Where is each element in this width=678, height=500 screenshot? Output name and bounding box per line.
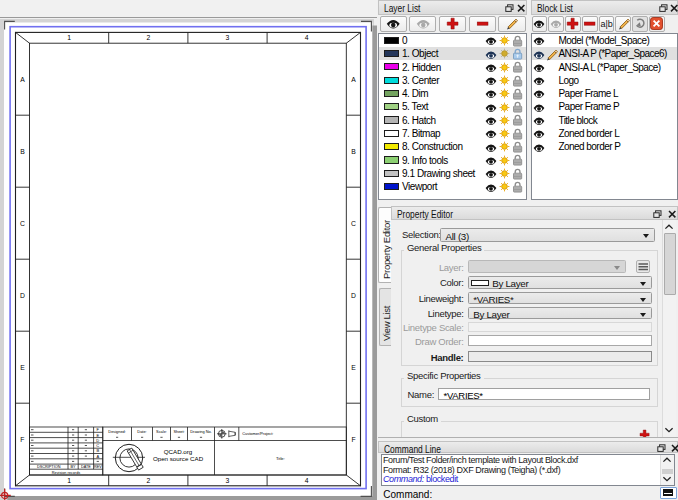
svg-text:D: D [96, 438, 99, 443]
svg-text:Customer/Project:: Customer/Project: [242, 431, 273, 436]
svg-text:Sheet:: Sheet: [173, 429, 184, 434]
svg-text:F: F [351, 436, 355, 443]
svg-text:D: D [351, 292, 356, 299]
svg-text:C: C [20, 220, 25, 227]
svg-text:3: 3 [226, 34, 230, 41]
svg-text:2: 2 [146, 477, 150, 484]
svg-text:C: C [96, 443, 99, 448]
svg-text:DATE: DATE [81, 465, 91, 469]
svg-text:2: 2 [146, 34, 150, 41]
svg-text:Open source CAD: Open source CAD [153, 455, 204, 462]
svg-text:D: D [20, 292, 25, 299]
svg-text:B: B [96, 448, 99, 453]
svg-text:3: 3 [226, 477, 230, 484]
svg-text:E: E [20, 364, 25, 371]
svg-text:Revision records: Revision records [52, 471, 80, 475]
svg-text:1: 1 [67, 34, 71, 41]
svg-text:A: A [351, 76, 356, 83]
svg-text:Designed:: Designed: [108, 429, 126, 434]
svg-text:F: F [20, 436, 24, 443]
svg-text:A: A [20, 76, 25, 83]
svg-text:DSCRIPTION: DSCRIPTION [37, 465, 61, 469]
svg-text:4: 4 [305, 477, 309, 484]
svg-text:Date:: Date: [137, 429, 146, 434]
svg-text:C: C [351, 220, 356, 227]
svg-text:Title:: Title: [276, 456, 285, 461]
svg-text:1: 1 [67, 477, 71, 484]
svg-text:REV: REV [94, 465, 102, 469]
svg-text:E: E [351, 364, 356, 371]
svg-text:B: B [351, 148, 356, 155]
svg-text:A: A [96, 454, 99, 459]
svg-text:B: B [20, 148, 25, 155]
svg-text:4: 4 [305, 34, 309, 41]
svg-text:Scale:: Scale: [156, 429, 167, 434]
svg-text:BY: BY [71, 465, 77, 469]
svg-text:Drawing No.: Drawing No. [190, 429, 211, 434]
